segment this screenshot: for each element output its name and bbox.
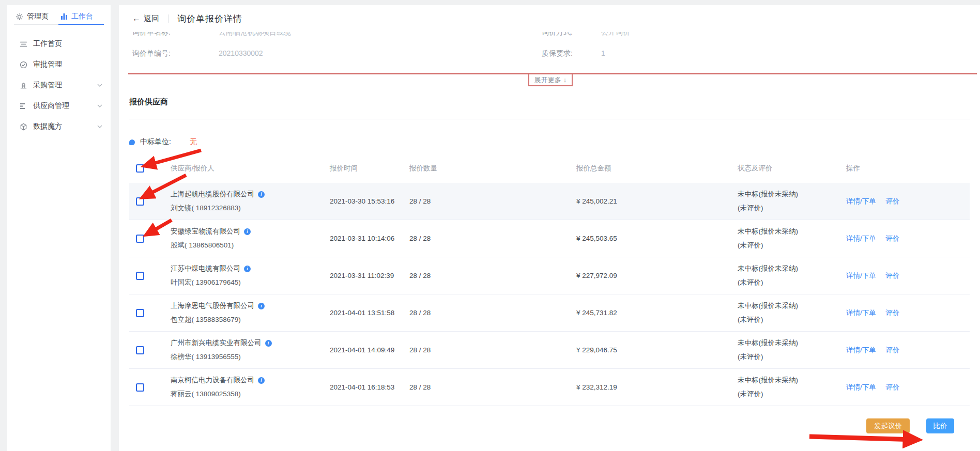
sidebar-item-data-cube[interactable]: 数据魔方 bbox=[7, 116, 111, 137]
evaluate-link[interactable]: 评价 bbox=[886, 309, 900, 317]
detail-order-link[interactable]: 详情/下单 bbox=[846, 197, 876, 205]
supplier-contact: 殷斌( 13865806501) bbox=[171, 241, 325, 250]
section-title: 报价供应商 bbox=[129, 97, 168, 107]
quote-amount: ¥ 232,312.19 bbox=[571, 383, 732, 391]
status-line2: (未评价) bbox=[738, 204, 841, 213]
start-negotiation-button[interactable]: 发起议价 bbox=[866, 418, 910, 433]
supplier-company: 上海起帆电缆股份有限公司 bbox=[171, 190, 254, 199]
col-actions: 操作 bbox=[841, 164, 970, 173]
sidebar-item-approval[interactable]: 审批管理 bbox=[7, 54, 111, 75]
supplier-company: 江苏中煤电缆有限公司 bbox=[171, 264, 240, 273]
chevron-down-icon bbox=[97, 104, 102, 107]
table-row: 南京柯信电力设备有限公司 蒋丽云( 13809025358) 2021-04-0… bbox=[129, 369, 970, 406]
supplier-contact: 徐榜华( 13913956555) bbox=[171, 352, 325, 362]
status-line1: 未中标(报价未采纳) bbox=[738, 338, 841, 348]
quote-method-label: 询价方式: bbox=[542, 32, 573, 37]
supplier-company: 安徽绿宝物流有限公司 bbox=[171, 227, 240, 236]
evaluate-link[interactable]: 评价 bbox=[886, 235, 900, 242]
procurement-icon bbox=[20, 82, 27, 89]
sidebar-item-label: 工作首页 bbox=[33, 39, 62, 49]
col-amount: 报价总金额 bbox=[571, 164, 732, 173]
bar-chart-icon bbox=[60, 13, 68, 20]
table-row: 江苏中煤电缆有限公司 叶国宏( 13906179645) 2021-03-31 … bbox=[129, 257, 970, 294]
tab-admin-label: 管理页 bbox=[27, 12, 49, 21]
supplier-company: 南京柯信电力设备有限公司 bbox=[171, 376, 254, 385]
inquiry-no-label: 询价单编号: bbox=[132, 49, 171, 58]
evaluate-link[interactable]: 评价 bbox=[886, 272, 900, 279]
info-icon[interactable] bbox=[258, 377, 265, 384]
select-all-checkbox[interactable] bbox=[136, 164, 144, 173]
table-row: 安徽绿宝物流有限公司 殷斌( 13865806501) 2021-03-31 1… bbox=[129, 220, 970, 257]
supplier-contact: 蒋丽云( 13809025358) bbox=[171, 390, 325, 399]
form-row: 询价单编号: 20210330002 质保要求: 1 bbox=[119, 49, 980, 59]
evaluate-link[interactable]: 评价 bbox=[886, 197, 900, 205]
quote-qty: 28 / 28 bbox=[404, 235, 571, 242]
back-button[interactable]: ← 返回 bbox=[132, 14, 159, 24]
status-line1: 未中标(报价未采纳) bbox=[738, 264, 841, 273]
quote-amount: ¥ 245,002.21 bbox=[571, 197, 732, 205]
supplier-company: 上海摩恩电气股份有限公司 bbox=[171, 301, 254, 310]
quote-qty: 28 / 28 bbox=[404, 383, 571, 391]
info-icon[interactable] bbox=[244, 266, 251, 272]
col-qty: 报价数量 bbox=[404, 164, 571, 173]
form-row-clipped: 询价单名称: 云南临沧机场项目线缆 询价方式: 公开询价 bbox=[119, 32, 980, 39]
sidebar-item-work-home[interactable]: 工作首页 bbox=[7, 34, 111, 54]
detail-order-link[interactable]: 详情/下单 bbox=[846, 272, 876, 279]
supplier-list-icon bbox=[20, 103, 27, 110]
row-checkbox[interactable] bbox=[136, 197, 144, 206]
tab-admin-page[interactable]: 管理页 bbox=[14, 9, 59, 24]
sidebar-item-label: 数据魔方 bbox=[33, 122, 62, 131]
page: 管理页 工作台 工作首页 bbox=[0, 0, 980, 451]
cube-icon bbox=[20, 123, 27, 131]
quote-qty: 28 / 28 bbox=[404, 309, 571, 317]
inquiry-name-label: 询价单名称: bbox=[132, 32, 171, 37]
status-line2: (未评价) bbox=[738, 315, 841, 324]
chevron-down-icon bbox=[97, 125, 102, 128]
winner-label: 中标单位: bbox=[140, 137, 171, 147]
home-lines-icon bbox=[20, 41, 27, 48]
back-label: 返回 bbox=[144, 14, 159, 24]
inquiry-no-value: 20210330002 bbox=[219, 49, 263, 57]
gear-icon bbox=[16, 13, 23, 21]
status-line2: (未评价) bbox=[738, 241, 841, 250]
sidebar-item-suppliers[interactable]: 供应商管理 bbox=[7, 96, 111, 116]
expand-more-button[interactable]: 展开更多 ↓ bbox=[528, 73, 573, 86]
status-line1: 未中标(报价未采纳) bbox=[738, 227, 841, 236]
winner-pin-icon bbox=[129, 139, 135, 145]
quote-amount: ¥ 245,503.65 bbox=[571, 235, 732, 242]
detail-order-link[interactable]: 详情/下单 bbox=[846, 235, 876, 242]
winner-row: 中标单位: 无 bbox=[129, 137, 197, 147]
row-checkbox[interactable] bbox=[136, 272, 144, 280]
compare-price-button[interactable]: 比价 bbox=[926, 418, 954, 433]
info-icon[interactable] bbox=[265, 340, 272, 347]
detail-order-link[interactable]: 详情/下单 bbox=[846, 309, 876, 317]
row-checkbox[interactable] bbox=[136, 383, 144, 392]
table-header: 供应商/报价人 报价时间 报价数量 报价总金额 状态及评价 操作 bbox=[129, 154, 970, 183]
warranty-label: 质保要求: bbox=[542, 49, 573, 58]
table-row: 上海起帆电缆股份有限公司 刘文镜( 18912326883) 2021-03-3… bbox=[129, 183, 970, 220]
sidebar-item-label: 供应商管理 bbox=[33, 101, 69, 111]
inquiry-name-value: 云南临沧机场项目线缆 bbox=[219, 32, 291, 37]
tab-workbench[interactable]: 工作台 bbox=[59, 9, 104, 24]
detail-order-link[interactable]: 详情/下单 bbox=[846, 383, 876, 391]
evaluate-link[interactable]: 评价 bbox=[886, 346, 900, 354]
info-icon[interactable] bbox=[258, 303, 265, 309]
status-line2: (未评价) bbox=[738, 278, 841, 287]
status-line1: 未中标(报价未采纳) bbox=[738, 301, 841, 310]
quote-qty: 28 / 28 bbox=[404, 272, 571, 279]
col-supplier: 供应商/报价人 bbox=[165, 164, 325, 173]
info-icon[interactable] bbox=[258, 191, 265, 198]
content-card: ← 返回 询价单报价详情 询价单名称: 云南临沧机场项目线缆 询价方式: 公开询… bbox=[119, 5, 980, 451]
tab-workbench-label: 工作台 bbox=[71, 12, 93, 21]
row-checkbox[interactable] bbox=[136, 346, 144, 354]
info-icon[interactable] bbox=[244, 228, 251, 235]
sidebar-menu: 工作首页 审批管理 采购管理 bbox=[7, 34, 111, 137]
status-line2: (未评价) bbox=[738, 352, 841, 362]
sidebar-item-procurement[interactable]: 采购管理 bbox=[7, 75, 111, 96]
back-arrow-icon: ← bbox=[132, 14, 141, 23]
evaluate-link[interactable]: 评价 bbox=[886, 383, 900, 391]
detail-order-link[interactable]: 详情/下单 bbox=[846, 346, 876, 354]
table-row: 广州市新兴电缆实业有限公司 徐榜华( 13913956555) 2021-04-… bbox=[129, 332, 970, 369]
row-checkbox[interactable] bbox=[136, 235, 144, 243]
row-checkbox[interactable] bbox=[136, 309, 144, 317]
